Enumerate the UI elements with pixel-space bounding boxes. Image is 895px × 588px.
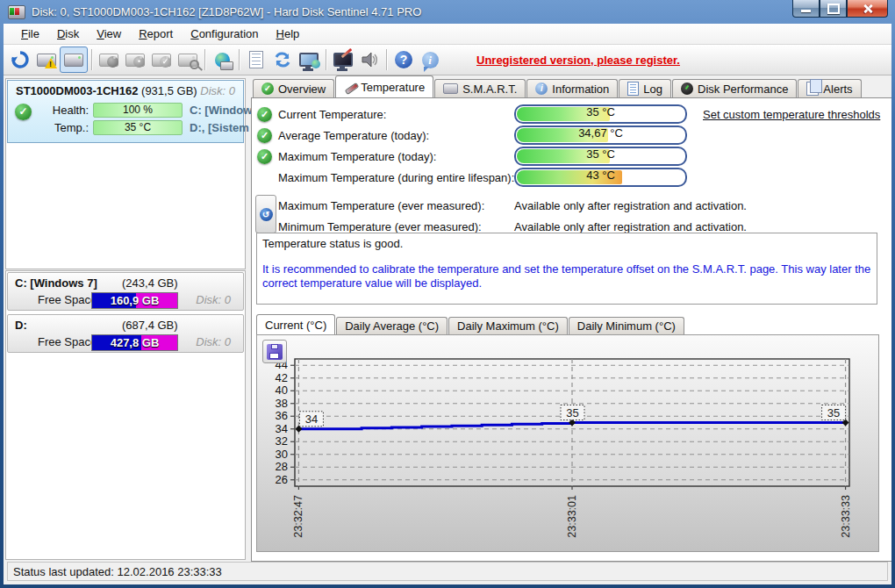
partition-size: (687,4 GB) xyxy=(122,319,178,332)
svg-text:38: 38 xyxy=(276,397,288,410)
app-icon xyxy=(8,5,25,19)
window-title: Disk: 0, ST1000DM003-1CH162 [Z1D8P62W] -… xyxy=(32,5,421,18)
toolbar-separator xyxy=(326,49,326,70)
chart-tab-current[interactable]: Current (°C) xyxy=(256,314,335,334)
free-space-label: Free Space xyxy=(38,293,97,306)
svg-text:30: 30 xyxy=(276,448,288,461)
svg-text:28: 28 xyxy=(276,460,288,473)
information-icon xyxy=(535,82,548,95)
menu-report[interactable]: Report xyxy=(130,25,182,43)
close-button[interactable] xyxy=(847,0,888,18)
free-space-value: 427,8 GB xyxy=(92,335,177,350)
menu-help[interactable]: Help xyxy=(268,25,309,43)
temperature-recommendation-text: It is recommended to calibrate the tempe… xyxy=(262,262,871,290)
network-disk-button[interactable] xyxy=(209,47,235,72)
partition-list: C: [Windows 7] (243,4 GB) Free Space 160… xyxy=(5,270,246,560)
temp-value-bar: 43 °C xyxy=(514,168,687,187)
disk-search-icon xyxy=(178,54,197,67)
remote-network-icon xyxy=(299,53,319,67)
status-last-updated: Status last updated: 12.02.2016 23:33:33 xyxy=(13,565,222,578)
menu-view[interactable]: View xyxy=(88,25,130,43)
gauge-icon xyxy=(681,82,693,95)
disk-search-button[interactable] xyxy=(175,47,201,72)
temp-row-label: Maximum Temperature (today): xyxy=(278,150,436,163)
sync-icon xyxy=(273,50,292,69)
toolbar-separator xyxy=(386,49,387,70)
alerts-pages-icon xyxy=(806,82,819,96)
disk-ok-status-icon xyxy=(15,104,32,120)
status-bar: Status last updated: 12.02.2016 23:33:33 xyxy=(7,562,888,581)
temp-value-bar: 34,67 °C xyxy=(514,125,687,145)
chart-tab-daily-minimum[interactable]: Daily Minimum (°C) xyxy=(569,317,684,334)
disk-ok-icon xyxy=(152,54,171,67)
svg-text:23:32:47: 23:32:47 xyxy=(292,495,304,538)
temp-value-bar: 35 °C xyxy=(514,104,687,124)
tab-overview[interactable]: Overview xyxy=(253,79,334,97)
disk-detect-button[interactable] xyxy=(96,47,122,72)
remote-network-button[interactable] xyxy=(296,47,322,72)
svg-text:40: 40 xyxy=(276,384,288,397)
temp-row-label: Maximum Temperature (during entire lifes… xyxy=(278,171,514,184)
desktop-edit-button[interactable] xyxy=(330,47,356,72)
partition-disk-number: Disk: 0 xyxy=(196,335,231,348)
temp-row-value: 35 °C xyxy=(516,148,685,164)
tab-disk-performance[interactable]: Disk Performance xyxy=(672,79,797,97)
disk-warning-icon xyxy=(37,54,56,67)
disk-select-icon xyxy=(64,54,83,67)
refresh-button[interactable] xyxy=(7,47,33,72)
speaker-button[interactable] xyxy=(356,47,383,72)
disk-clock-button[interactable] xyxy=(122,47,148,72)
menu-disk[interactable]: Disk xyxy=(48,25,88,43)
minimize-button[interactable] xyxy=(792,0,820,18)
disk-warning-button[interactable] xyxy=(33,47,60,72)
partition-item-c[interactable]: C: [Windows 7] (243,4 GB) Free Space 160… xyxy=(7,272,244,311)
volume-d-ref: D:, [Sistem A xyxy=(190,121,258,134)
report-button[interactable] xyxy=(243,47,269,72)
sync-button[interactable] xyxy=(269,47,296,72)
partition-disk-number: Disk: 0 xyxy=(196,293,231,306)
info-button[interactable] xyxy=(417,47,443,72)
register-link[interactable]: Unregistered version, please register. xyxy=(476,54,680,67)
log-doc-icon xyxy=(627,82,639,96)
save-chart-button[interactable] xyxy=(262,340,287,363)
overview-check-icon xyxy=(261,82,274,95)
chart-tab-daily-average[interactable]: Daily Average (°C) xyxy=(336,317,448,334)
free-space-label: Free Space xyxy=(38,335,97,348)
svg-text:35: 35 xyxy=(566,406,578,419)
status-ok-icon xyxy=(257,107,272,122)
maximize-button[interactable] xyxy=(820,0,847,18)
temperature-status-box: Temperature status is good. It is recomm… xyxy=(256,233,877,305)
disk-ok-button[interactable] xyxy=(148,47,175,72)
partition-item-d[interactable]: D: (687,4 GB) Free Space 427,8 GB Disk: … xyxy=(7,314,244,353)
menu-bar: File Disk View Report Configuration Help xyxy=(4,24,891,45)
svg-text:32: 32 xyxy=(276,434,288,448)
menu-file[interactable]: File xyxy=(12,25,48,43)
locked-row-value: Available only after registration and ac… xyxy=(514,220,747,233)
disk-name: ST1000DM003-1CH162 xyxy=(16,84,138,97)
health-value-bar: 100 % xyxy=(93,103,183,118)
free-space-bar: 427,8 GB xyxy=(91,334,178,351)
svg-text:23:33:33: 23:33:33 xyxy=(840,495,852,538)
partition-size: (243,4 GB) xyxy=(122,276,178,290)
title-bar[interactable]: Disk: 0, ST1000DM003-1CH162 [Z1D8P62W] -… xyxy=(0,0,895,24)
tab-log[interactable]: Log xyxy=(619,79,671,97)
tab-temperature[interactable]: Temperature xyxy=(335,75,433,97)
tab-alerts[interactable]: Alerts xyxy=(798,79,861,97)
thermometer-icon xyxy=(344,81,356,93)
main-panel: Overview Temperature S.M.A.R.T. Informat… xyxy=(251,75,891,562)
set-thresholds-link[interactable]: Set custom temperature thresholds xyxy=(703,108,880,121)
temp-row-value: 34,67 °C xyxy=(516,127,685,143)
disk-select-button[interactable] xyxy=(60,47,88,73)
menu-configuration[interactable]: Configuration xyxy=(182,25,267,43)
tab-information[interactable]: Information xyxy=(526,79,618,97)
disk-item-selected[interactable]: ST1000DM003-1CH162 (931,5 GB) Disk: 0 He… xyxy=(7,80,244,143)
chart-tab-daily-maximum[interactable]: Daily Maximum (°C) xyxy=(448,317,568,334)
help-button[interactable] xyxy=(390,47,417,72)
svg-text:42: 42 xyxy=(276,371,288,384)
temperature-page: Current Temperature: 35 °C Set custom te… xyxy=(251,97,891,562)
network-disk-icon xyxy=(215,53,230,68)
toolbar-separator xyxy=(91,49,92,70)
tab-smart[interactable]: S.M.A.R.T. xyxy=(434,79,526,97)
svg-text:34: 34 xyxy=(276,422,288,435)
help-icon xyxy=(395,51,412,68)
